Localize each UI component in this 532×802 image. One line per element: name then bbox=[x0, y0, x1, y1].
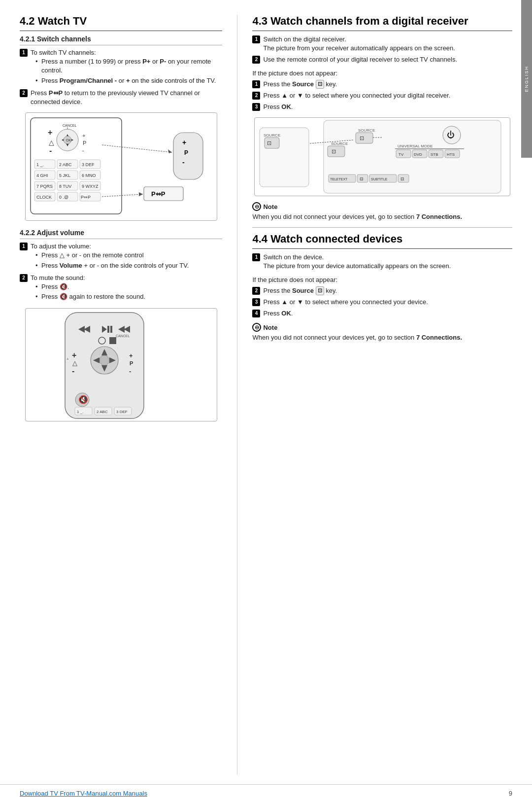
svg-text:CLOCK: CLOCK bbox=[36, 195, 52, 200]
step-content: To switch TV channels: Press a number (1… bbox=[31, 48, 222, 86]
svg-text:TV: TV bbox=[399, 152, 404, 157]
step-text: To switch TV channels: bbox=[31, 49, 96, 56]
svg-text:⊡: ⊡ bbox=[267, 140, 271, 146]
step-num-2: 2 bbox=[20, 274, 28, 282]
svg-text:0 .@: 0 .@ bbox=[59, 195, 68, 200]
remote-2-container: CANCEL + △ - 🔇 bbox=[20, 308, 222, 421]
note-icon: ⊖ bbox=[252, 323, 261, 332]
note-text: When you did not connect your devices ye… bbox=[252, 213, 512, 220]
svg-text:3 DEF: 3 DEF bbox=[116, 410, 128, 414]
svg-text:△: △ bbox=[49, 139, 54, 146]
svg-text:⊡: ⊡ bbox=[332, 148, 336, 154]
step-4-2-2-2: 2 To mute the sound: Press 🔇. Press 🔇 ag… bbox=[20, 274, 222, 303]
remote-1-container: CANCEL OK bbox=[20, 112, 222, 221]
step-content: Switch on the device. The picture from y… bbox=[263, 253, 512, 271]
step-content: Press the Source ⊡ key. bbox=[263, 80, 512, 89]
subsection-4-2-1-title: 4.2.1 Switch channels bbox=[20, 35, 222, 45]
step-4-2-1-1: 1 To switch TV channels: Press a number … bbox=[20, 48, 222, 86]
svg-text:-: - bbox=[129, 368, 131, 375]
svg-text:3 DEF: 3 DEF bbox=[82, 162, 95, 167]
svg-text:6 MNO: 6 MNO bbox=[82, 173, 96, 178]
bullet-item: Press 🔇 again to restore the sound. bbox=[35, 292, 222, 301]
svg-rect-59 bbox=[109, 337, 116, 344]
footer: Download TV From TV-Manual.com Manuals 9 bbox=[0, 784, 532, 802]
svg-rect-95 bbox=[395, 148, 464, 149]
svg-text:2 ABC: 2 ABC bbox=[59, 162, 72, 167]
svg-rect-54 bbox=[107, 326, 109, 333]
step-4-3-1: 1 Switch on the digital receiver. The pi… bbox=[252, 35, 512, 53]
side-tab: ENGLISH bbox=[521, 0, 532, 158]
svg-text:⊟: ⊟ bbox=[400, 176, 404, 181]
step-content: To mute the sound: Press 🔇. Press 🔇 agai… bbox=[31, 274, 222, 303]
step-4-2-2-1: 1 To adjust the volume: Press △ + or - o… bbox=[20, 242, 222, 271]
section-4-4-title: 4.4 Watch connected devices bbox=[252, 233, 512, 249]
if-picture-text: If the picture does not appear: bbox=[252, 70, 512, 77]
step-num-2: 2 bbox=[252, 287, 260, 295]
step-num-1: 1 bbox=[252, 253, 260, 261]
svg-text:P: P bbox=[184, 149, 188, 156]
section-4-3-title: 4.3 Watch channels from a digital receiv… bbox=[252, 15, 512, 31]
step-4-4-s4: 4 Press OK. bbox=[252, 309, 512, 318]
svg-marker-49 bbox=[168, 149, 172, 153]
right-column: 4.3 Watch channels from a digital receiv… bbox=[237, 15, 512, 774]
bullet-item: Press 🔇. bbox=[35, 282, 222, 291]
svg-text:P: P bbox=[83, 140, 86, 146]
svg-text:+: + bbox=[66, 357, 69, 361]
svg-text:🔇: 🔇 bbox=[78, 395, 88, 404]
step-content: Use the remote control of your digital r… bbox=[263, 55, 512, 64]
svg-text:1 _.: 1 _. bbox=[77, 410, 83, 414]
if-picture-text-2: If the picture does not appear: bbox=[252, 276, 512, 283]
note-title: ⊖ Note bbox=[252, 202, 512, 211]
bullet-list: Press a number (1 to 999) or press P+ or… bbox=[31, 57, 222, 85]
svg-text:P⇔P: P⇔P bbox=[81, 195, 91, 200]
main-content: 4.2 Watch TV 4.2.1 Switch channels 1 To … bbox=[0, 0, 532, 784]
svg-text:STB: STB bbox=[431, 152, 438, 157]
remote-3-svg: SOURCE ⊡ ⏻ SOURCE ⊡ bbox=[254, 117, 510, 196]
svg-text:SOURCE: SOURCE bbox=[331, 141, 348, 146]
svg-text:9 WXYZ: 9 WXYZ bbox=[82, 184, 99, 189]
step-4-2-1-2: 2 Press P⇔P to return to the previously … bbox=[20, 89, 222, 106]
section-4-2-title: 4.2 Watch TV bbox=[20, 15, 222, 31]
bullet-item: Press △ + or - on the remote control bbox=[35, 251, 222, 260]
footer-link[interactable]: Download TV From TV-Manual.com Manuals bbox=[20, 790, 147, 797]
svg-text:CANCEL: CANCEL bbox=[63, 124, 77, 127]
remote-3-container: SOURCE ⊡ ⏻ SOURCE ⊡ bbox=[252, 117, 512, 196]
svg-text:1 _.: 1 _. bbox=[36, 162, 44, 167]
step-content: Press ▲ or ▼ to select where you connect… bbox=[263, 91, 512, 100]
step-content: Switch on the digital receiver. The pict… bbox=[263, 35, 512, 53]
svg-text:SOURCE: SOURCE bbox=[358, 128, 375, 133]
svg-text:⊡: ⊡ bbox=[360, 135, 364, 141]
svg-text:SUBTITLE: SUBTITLE bbox=[371, 177, 388, 181]
note-icon: ⊖ bbox=[252, 202, 261, 211]
step-num-2: 2 bbox=[252, 56, 260, 64]
step-4-3-2: 2 Use the remote control of your digital… bbox=[252, 55, 512, 64]
svg-point-67 bbox=[100, 355, 109, 365]
svg-text:5 JKL: 5 JKL bbox=[59, 173, 70, 178]
bullet-list: Press △ + or - on the remote control Pre… bbox=[31, 251, 222, 270]
step-4-4-s2: 2 Press the Source ⊡ key. bbox=[252, 286, 512, 295]
page-number: 9 bbox=[509, 790, 512, 797]
step-num-1: 1 bbox=[20, 243, 28, 250]
remote-2-svg: CANCEL + △ - 🔇 bbox=[25, 308, 217, 421]
svg-text:-: - bbox=[72, 367, 74, 375]
step-content: To adjust the volume: Press △ + or - on … bbox=[31, 242, 222, 271]
svg-text:+: + bbox=[72, 351, 76, 359]
svg-rect-55 bbox=[110, 326, 112, 333]
step-num-1: 1 bbox=[252, 35, 260, 43]
svg-text:SOURCE: SOURCE bbox=[264, 133, 280, 138]
page: ENGLISH 4.2 Watch TV 4.2.1 Switch channe… bbox=[0, 0, 532, 802]
svg-text:TELETEXT: TELETEXT bbox=[330, 177, 348, 181]
step-num-3: 3 bbox=[252, 298, 260, 306]
svg-text:-: - bbox=[49, 146, 52, 155]
svg-text:△: △ bbox=[72, 359, 77, 367]
svg-text:CANCEL: CANCEL bbox=[116, 334, 130, 338]
note-title: ⊖ Note bbox=[252, 323, 512, 332]
svg-rect-113 bbox=[328, 146, 345, 157]
step-content: Press OK. bbox=[263, 103, 512, 111]
bullet-item: Press Program/Channel - or + on the side… bbox=[35, 76, 222, 85]
step-num-3: 3 bbox=[252, 103, 260, 111]
section-divider bbox=[252, 227, 512, 228]
svg-text:+: + bbox=[182, 139, 186, 146]
bullet-item: Press Volume + or - on the side controls… bbox=[35, 261, 222, 270]
svg-text:-: - bbox=[182, 158, 185, 166]
